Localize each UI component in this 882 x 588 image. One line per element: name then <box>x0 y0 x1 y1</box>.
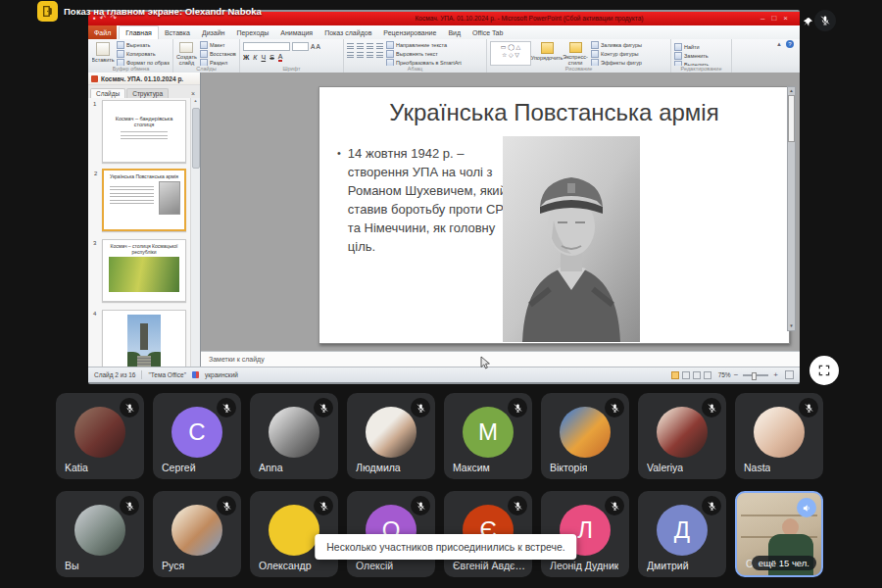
view-sorter-button[interactable] <box>682 371 690 379</box>
slide-portrait-image[interactable] <box>503 136 640 342</box>
minimize-button[interactable]: – <box>760 13 764 24</box>
ribbon-button[interactable]: Экспресс-стили <box>563 41 588 66</box>
participant-tile[interactable]: Д Дмитрий <box>638 491 726 577</box>
ribbon-button-icon[interactable] <box>376 43 383 49</box>
slide-thumbnail-1[interactable]: 1Космач – бандерівська столиця <box>102 100 186 163</box>
ribbon-tab-0[interactable]: Файл <box>88 25 117 39</box>
tab-slides[interactable]: Слайды <box>90 88 125 98</box>
avatar-initial: Д <box>674 516 690 544</box>
participant-tile[interactable]: ещё 15 чел. Olexandr <box>735 491 823 577</box>
ribbon-button[interactable]: Найти <box>674 43 709 51</box>
ribbon-button[interactable]: Заменить <box>674 52 709 60</box>
view-reading-button[interactable] <box>693 371 701 379</box>
ribbon-button[interactable]: Вырезать <box>117 41 170 49</box>
ribbon-group: A AЖКЧSAШрифт <box>240 39 344 73</box>
ribbon-button-icon[interactable] <box>347 52 354 58</box>
view-normal-button[interactable] <box>671 371 679 379</box>
font-color-button[interactable]: A <box>278 53 283 62</box>
ribbon-tab-9[interactable]: Office Tab <box>466 25 509 39</box>
help-icon[interactable]: ? <box>786 40 794 48</box>
ribbon-tab-1[interactable]: Главная <box>119 25 159 39</box>
zoom-slider[interactable] <box>743 374 768 376</box>
ribbon-button-icon[interactable] <box>376 52 383 58</box>
slide-bullet-text[interactable]: • 14 жовтня 1942 р. – створення УПА на ч… <box>337 144 521 256</box>
ribbon-button-icon[interactable] <box>347 43 354 49</box>
door-icon[interactable] <box>37 1 58 22</box>
screen-share-tile[interactable]: ▪ ↶ ↷ Космач. УПА. 01.10.2024 р. - Micro… <box>88 10 800 384</box>
ribbon-button[interactable]: Формат по образцу <box>117 59 170 66</box>
restore-button[interactable]: □ <box>771 13 776 24</box>
status-language[interactable]: украинский <box>205 371 238 378</box>
document-tab[interactable]: Космач. УПА. 01.10.2024 р. <box>88 73 200 85</box>
notes-placeholder: Заметки к слайду <box>209 356 265 363</box>
slide-thumbnail-2[interactable]: 2Українська Повстанська армія <box>102 169 186 231</box>
participant-tile[interactable]: С Сергей <box>153 393 241 479</box>
font-name-box[interactable] <box>243 42 290 51</box>
pin-icon[interactable] <box>803 14 813 31</box>
current-slide[interactable]: Українська Повстанська армія • 14 жовтня… <box>318 86 790 344</box>
ribbon-button-icon[interactable] <box>357 52 364 58</box>
participant-tile[interactable]: Вы <box>56 491 144 577</box>
ribbon-button-icon[interactable] <box>357 43 364 49</box>
strikethrough-button[interactable]: S <box>270 54 274 61</box>
participant-tile[interactable]: Nasta <box>735 393 823 479</box>
zoom-out-button[interactable]: − <box>734 371 739 379</box>
ribbon-group-label: Шрифт <box>243 66 340 73</box>
ribbon-button[interactable]: Создать слайд <box>176 41 197 66</box>
ribbon-tab-6[interactable]: Показ слайдов <box>318 25 377 39</box>
participant-tile[interactable]: Руся <box>153 491 241 577</box>
ribbon-button[interactable]: Ч <box>261 54 266 61</box>
ribbon-button[interactable]: Ж <box>243 54 249 61</box>
ribbon-button[interactable]: Вставить <box>92 41 114 66</box>
slide-title[interactable]: Українська Повстанська армія <box>319 99 789 126</box>
zoom-in-button[interactable]: + <box>773 371 778 379</box>
participant-tile[interactable]: М Максим <box>444 393 532 479</box>
tab-outline[interactable]: Структура <box>126 88 169 98</box>
ribbon-tab-4[interactable]: Переходы <box>230 25 274 39</box>
ribbon-button-icon[interactable] <box>367 43 373 49</box>
ribbon-button-icon <box>96 42 110 56</box>
panel-scrollbar[interactable]: ▲ <box>190 98 200 367</box>
slide-editor-area[interactable]: Українська Повстанська армія • 14 жовтня… <box>201 73 800 351</box>
font-size-box[interactable] <box>292 42 309 51</box>
ribbon-button[interactable]: Преобразовать в SmartArt <box>386 59 462 66</box>
minimize-ribbon-icon[interactable]: ▲ <box>776 41 782 47</box>
slide-thumbnail-3[interactable]: 3Космач – столиця Космацької республіки <box>102 239 186 302</box>
ribbon-group: Направление текстаВыровнять текстПреобра… <box>344 39 487 73</box>
view-slideshow-button[interactable] <box>704 371 711 379</box>
ribbon-button[interactable]: К <box>253 54 257 61</box>
ribbon-tab-7[interactable]: Рецензирование <box>377 25 442 39</box>
participant-tile[interactable]: Anna <box>250 393 338 479</box>
participant-tile[interactable]: Вікторія <box>541 393 629 479</box>
ribbon-button[interactable]: Раздел <box>200 59 236 66</box>
ribbon-button[interactable]: Контур фигуры <box>591 50 642 58</box>
panel-close-icon[interactable]: × <box>188 90 198 98</box>
participant-tile[interactable]: Valeriya <box>638 393 726 479</box>
ribbon-button[interactable]: Направление текста <box>386 41 462 49</box>
slide-thumbnail-4[interactable]: 4 <box>102 310 186 367</box>
ribbon-tab-5[interactable]: Анимация <box>274 25 318 39</box>
close-button[interactable]: × <box>783 13 788 24</box>
fit-to-window-button[interactable] <box>785 370 794 379</box>
vertical-scrollbar[interactable]: ▲▼ <box>787 86 796 331</box>
more-participants-count[interactable]: ещё 15 чел. <box>752 556 816 570</box>
ribbon-button[interactable]: Макет <box>200 41 236 49</box>
ribbon-tab-8[interactable]: Вид <box>442 25 466 39</box>
ribbon-button[interactable]: Упорядочить <box>534 41 560 66</box>
grow-shrink-font-buttons[interactable]: A A <box>311 43 320 50</box>
ribbon-tab-3[interactable]: Дизайн <box>196 25 231 39</box>
ribbon-button[interactable]: Заливка фигуры <box>591 41 642 49</box>
ribbon-button[interactable]: Восстановить <box>200 50 236 58</box>
notes-area[interactable]: Заметки к слайду <box>201 351 800 367</box>
ribbon-button[interactable]: Копировать <box>117 50 170 58</box>
shapes-gallery[interactable]: ▭ ◯ △ ☆ ◇ ▽ <box>490 41 531 66</box>
document-tab-label: Космач. УПА. 01.10.2024 р. <box>101 75 183 82</box>
ribbon-tab-2[interactable]: Вставка <box>159 25 196 39</box>
ribbon-button-icon[interactable] <box>367 52 373 58</box>
expand-share-button[interactable] <box>809 356 839 385</box>
participant-tile[interactable]: Katia <box>56 393 144 479</box>
ribbon-button[interactable]: Эффекты фигур <box>591 59 642 66</box>
ribbon-button[interactable]: Выровнять текст <box>386 50 462 58</box>
participant-tile[interactable]: Людмила <box>347 393 435 479</box>
participant-name: Людмила <box>356 462 401 473</box>
